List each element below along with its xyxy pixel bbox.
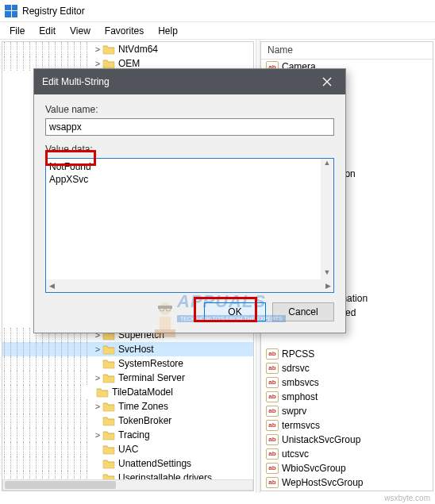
registry-editor-icon [5, 5, 17, 17]
tree-item[interactable]: >Terminal Server [2, 371, 253, 385]
value-name-input[interactable] [45, 118, 334, 136]
list-item[interactable]: abutcsvc [261, 447, 433, 461]
reg-multisz-icon: ab [266, 406, 279, 417]
chevron-right-icon[interactable]: > [93, 44, 102, 54]
menu-help[interactable]: Help [152, 24, 184, 38]
tree-item[interactable]: TokenBroker [2, 414, 253, 428]
scroll-down-icon[interactable]: ▼ [324, 268, 331, 279]
chevron-right-icon[interactable]: > [93, 59, 102, 68]
reg-multisz-icon: ab [266, 348, 279, 360]
reg-multisz-icon: ab [266, 420, 279, 431]
tree-item[interactable]: >Time Zones [2, 399, 253, 414]
list-item[interactable]: absmbsvcs [261, 375, 433, 390]
value-data-label: Value data: [45, 144, 334, 155]
list-item-label: WbioSvcGroup [282, 463, 346, 474]
list-item-label: smphost [282, 391, 318, 402]
tree-item-label: TileDataModel [112, 387, 173, 398]
menu-bar: File Edit View Favorites Help [0, 22, 435, 40]
list-item[interactable]: abUnistackSvcGroup [261, 433, 433, 447]
folder-icon [102, 458, 115, 469]
folder-icon [102, 444, 115, 455]
list-item-label: RPCSS [282, 348, 314, 360]
tree-item-label: UAC [118, 444, 138, 455]
folder-icon [102, 372, 115, 383]
scroll-left-icon[interactable]: ◀ [46, 282, 57, 290]
list-item[interactable]: abWbioSvcGroup [261, 461, 433, 475]
list-item-label: smbsvcs [282, 377, 319, 388]
chevron-right-icon[interactable]: > [93, 344, 102, 354]
scroll-right-icon[interactable]: ▶ [322, 282, 333, 290]
list-item[interactable]: abRPCSS [261, 347, 433, 361]
list-item[interactable]: abtermsvcs [261, 418, 433, 433]
close-icon[interactable] [317, 74, 337, 90]
list-column-name[interactable]: Name [261, 42, 433, 60]
tree-item-label: SvcHost [118, 344, 154, 355]
chevron-right-icon[interactable]: > [93, 430, 102, 440]
tree-item[interactable]: >SvcHost [2, 342, 253, 356]
reg-multisz-icon: ab [266, 377, 279, 388]
chevron-right-icon[interactable]: > [93, 373, 102, 383]
list-item[interactable]: abWerSvcGroup [261, 490, 433, 491]
tree-item-label: Tracing [118, 429, 150, 441]
tree-item-label: NtVdm64 [118, 44, 158, 55]
dialog-titlebar[interactable]: Edit Multi-String [34, 69, 345, 94]
ok-button[interactable]: OK [204, 302, 266, 321]
list-item[interactable]: absdrsvc [261, 361, 433, 375]
cancel-button[interactable]: Cancel [272, 302, 334, 321]
tree-item-label: OEM [118, 58, 140, 69]
value-name-label: Value name: [45, 104, 334, 115]
value-data-box: ▲▼ ◀▶ [45, 158, 334, 293]
menu-file[interactable]: File [3, 24, 31, 38]
folder-icon [102, 429, 115, 441]
textarea-vscrollbar[interactable]: ▲▼ [321, 159, 333, 279]
menu-favorites[interactable]: Favorites [98, 24, 150, 38]
reg-multisz-icon: ab [266, 477, 279, 488]
tree-item-label: Time Zones [118, 401, 168, 412]
tree-item[interactable]: UAC [2, 442, 253, 456]
tree-item-label: UnattendSettings [118, 458, 191, 469]
chevron-right-icon[interactable]: > [93, 402, 102, 411]
edit-multistring-dialog: Edit Multi-String Value name: Value data… [33, 68, 346, 333]
dialog-title: Edit Multi-String [42, 76, 110, 87]
list-item[interactable]: abWepHostSvcGroup [261, 475, 433, 490]
scroll-up-icon[interactable]: ▲ [324, 159, 331, 170]
folder-icon [102, 401, 115, 412]
list-item-label: WepHostSvcGroup [282, 477, 364, 488]
list-item-label: UnistackSvcGroup [282, 434, 360, 445]
folder-icon [102, 44, 115, 55]
list-item-label: utcsvc [282, 448, 309, 460]
tree-hscrollbar[interactable] [2, 479, 253, 491]
value-data-textarea[interactable] [46, 159, 321, 279]
list-item-label: sdrsvc [282, 363, 310, 374]
tree-item-label: TokenBroker [118, 415, 171, 426]
reg-multisz-icon: ab [266, 448, 279, 460]
list-item[interactable]: absmphost [261, 390, 433, 404]
menu-edit[interactable]: Edit [33, 24, 62, 38]
folder-icon [102, 358, 115, 369]
list-item-label: termsvcs [282, 420, 320, 431]
folder-icon [102, 415, 115, 426]
reg-multisz-icon: ab [266, 463, 279, 474]
list-item[interactable]: abswprv [261, 404, 433, 418]
title-bar: Registry Editor [0, 0, 435, 22]
reg-multisz-icon: ab [266, 363, 279, 374]
tree-item[interactable]: >NtVdm64 [2, 42, 253, 56]
tree-item[interactable]: SystemRestore [2, 356, 253, 371]
tree-item-label: Terminal Server [118, 372, 185, 383]
textarea-hscrollbar[interactable]: ◀▶ [46, 279, 333, 292]
reg-multisz-icon: ab [266, 391, 279, 402]
folder-icon [102, 58, 115, 69]
footer-watermark: wsxbyte.com [384, 494, 430, 502]
reg-multisz-icon: ab [266, 434, 279, 445]
tree-item[interactable]: UnattendSettings [2, 456, 253, 471]
list-item-label: swprv [282, 406, 306, 417]
tree-item-label: SystemRestore [118, 358, 183, 369]
tree-item[interactable]: TileDataModel [2, 385, 253, 399]
folder-icon [96, 387, 109, 398]
menu-view[interactable]: View [64, 24, 97, 38]
tree-item[interactable]: >Tracing [2, 428, 253, 442]
folder-icon [102, 344, 115, 355]
window-title: Registry Editor [22, 6, 85, 17]
